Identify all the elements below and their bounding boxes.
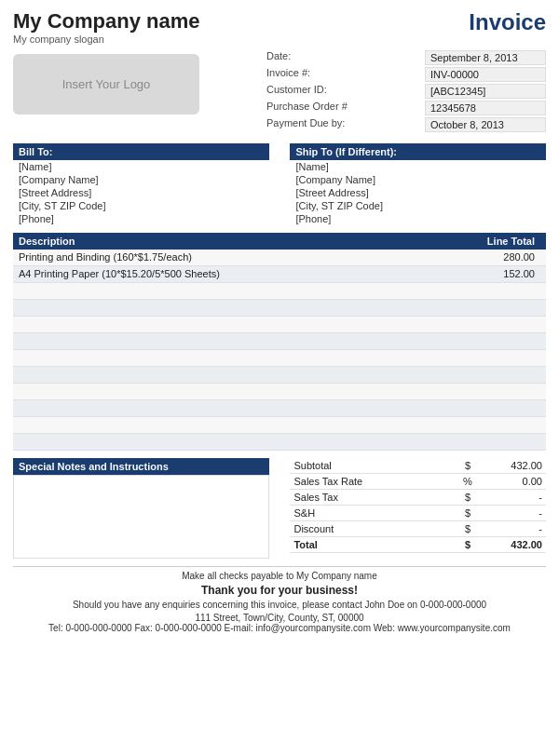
table-row bbox=[13, 400, 546, 417]
discount-symbol: $ bbox=[458, 523, 477, 534]
logo-placeholder: Insert Your Logo bbox=[13, 54, 199, 115]
notes-header: Special Notes and Instructions bbox=[13, 458, 269, 475]
meta-due-row: Payment Due by: October 8, 2013 bbox=[266, 117, 546, 132]
sh-value: - bbox=[477, 507, 542, 519]
total-row: Total $ 432.00 bbox=[290, 537, 546, 553]
sales-tax-symbol: $ bbox=[458, 492, 477, 503]
row-description bbox=[19, 402, 457, 414]
ship-to-company: [Company Name] bbox=[290, 173, 546, 186]
header: My Company name My company slogan Invoic… bbox=[13, 9, 546, 45]
tax-rate-label: Sales Tax Rate bbox=[293, 476, 458, 487]
bill-to-name: [Name] bbox=[13, 160, 269, 173]
date-label: Date: bbox=[266, 50, 369, 65]
ship-to-name: [Name] bbox=[290, 160, 546, 173]
sh-row: S&H $ - bbox=[290, 506, 546, 521]
bill-to-block: Bill To: [Name] [Company Name] [Street A… bbox=[13, 143, 269, 225]
contact-text: Should you have any enquiries concerning… bbox=[13, 600, 546, 610]
po-value: 12345678 bbox=[425, 101, 546, 115]
divider bbox=[13, 566, 546, 567]
company-slogan: My company slogan bbox=[13, 34, 200, 45]
total-value: 432.00 bbox=[477, 539, 542, 550]
row-total bbox=[457, 285, 540, 297]
row-total bbox=[457, 352, 540, 364]
invoice-meta: Date: September 8, 2013 Invoice #: INV-0… bbox=[266, 50, 546, 134]
company-name: My Company name bbox=[13, 9, 200, 34]
total-symbol: $ bbox=[458, 539, 477, 550]
subtotal-symbol: $ bbox=[458, 460, 477, 471]
thank-you-text: Thank you for your business! bbox=[13, 584, 546, 597]
table-row bbox=[13, 317, 546, 333]
bill-to-city: [City, ST ZIP Code] bbox=[13, 199, 269, 212]
row-description: A4 Printing Paper (10*$15.20/5*500 Sheet… bbox=[19, 268, 457, 280]
row-description bbox=[19, 369, 457, 381]
table-row bbox=[13, 350, 546, 367]
bill-to-company: [Company Name] bbox=[13, 173, 269, 186]
table-row bbox=[13, 417, 546, 434]
meta-customer-row: Customer ID: [ABC12345] bbox=[266, 84, 546, 99]
discount-label: Discount bbox=[293, 523, 458, 534]
meta-invoice-row: Invoice #: INV-00000 bbox=[266, 67, 546, 82]
row-total: 152.00 bbox=[457, 268, 540, 280]
row-total bbox=[457, 369, 540, 381]
notes-content bbox=[13, 475, 269, 559]
footer: Make all checks payable to My Company na… bbox=[13, 571, 546, 633]
row-description bbox=[19, 385, 457, 398]
top-section: Insert Your Logo Date: September 8, 2013… bbox=[13, 50, 546, 134]
row-total bbox=[457, 318, 540, 331]
customer-value: [ABC12345] bbox=[425, 84, 546, 99]
tax-rate-symbol: % bbox=[458, 476, 477, 487]
row-description: Printing and Binding (160*$1.75/each) bbox=[19, 251, 457, 263]
customer-label: Customer ID: bbox=[266, 84, 369, 99]
items-table: Description Line Total Printing and Bind… bbox=[13, 233, 546, 451]
sales-tax-value: - bbox=[477, 492, 542, 503]
address-text: 111 Street, Town/City, County, ST, 00000 bbox=[13, 613, 546, 623]
tax-rate-value: 0.00 bbox=[477, 476, 542, 487]
meta-date-row: Date: September 8, 2013 bbox=[266, 50, 546, 65]
contact-line: Tel: 0-000-000-0000 Fax: 0-000-000-0000 … bbox=[13, 623, 546, 633]
col-total-header: Line Total bbox=[457, 236, 540, 247]
ship-to-header: Ship To (If Different): bbox=[290, 143, 546, 160]
table-row bbox=[13, 283, 546, 300]
sh-label: S&H bbox=[293, 507, 458, 519]
table-row bbox=[13, 300, 546, 317]
bill-to-header: Bill To: bbox=[13, 143, 269, 160]
table-row bbox=[13, 384, 546, 400]
row-description bbox=[19, 436, 457, 448]
address-section: Bill To: [Name] [Company Name] [Street A… bbox=[13, 143, 546, 225]
subtotal-row: Subtotal $ 432.00 bbox=[290, 458, 546, 474]
table-row: A4 Printing Paper (10*$15.20/5*500 Sheet… bbox=[13, 266, 546, 283]
row-total: 280.00 bbox=[457, 251, 540, 263]
invoice-title: Invoice bbox=[469, 9, 546, 35]
notes-block: Special Notes and Instructions bbox=[13, 458, 269, 559]
table-row bbox=[13, 434, 546, 451]
subtotal-label: Subtotal bbox=[293, 460, 458, 471]
row-description bbox=[19, 352, 457, 364]
row-total bbox=[457, 335, 540, 347]
row-description bbox=[19, 419, 457, 431]
company-info: My Company name My company slogan bbox=[13, 9, 200, 45]
row-total bbox=[457, 385, 540, 398]
tax-rate-row: Sales Tax Rate % 0.00 bbox=[290, 474, 546, 490]
totals-block: Subtotal $ 432.00 Sales Tax Rate % 0.00 … bbox=[290, 458, 546, 559]
invoice-label: Invoice #: bbox=[266, 67, 369, 82]
row-total bbox=[457, 419, 540, 431]
table-header: Description Line Total bbox=[13, 233, 546, 250]
row-total bbox=[457, 436, 540, 448]
po-label: Purchase Order # bbox=[266, 101, 369, 115]
bill-to-phone: [Phone] bbox=[13, 212, 269, 225]
total-label: Total bbox=[293, 539, 458, 550]
ship-to-street: [Street Address] bbox=[290, 186, 546, 199]
ship-to-city: [City, ST ZIP Code] bbox=[290, 199, 546, 212]
date-value: September 8, 2013 bbox=[425, 50, 546, 65]
row-total bbox=[457, 402, 540, 414]
row-description bbox=[19, 302, 457, 314]
row-description bbox=[19, 318, 457, 331]
subtotal-value: 432.00 bbox=[477, 460, 542, 471]
col-desc-header: Description bbox=[19, 236, 457, 247]
ship-to-phone: [Phone] bbox=[290, 212, 546, 225]
invoice-value: INV-00000 bbox=[425, 67, 546, 82]
ship-to-block: Ship To (If Different): [Name] [Company … bbox=[290, 143, 546, 225]
row-total bbox=[457, 302, 540, 314]
bill-to-street: [Street Address] bbox=[13, 186, 269, 199]
discount-row: Discount $ - bbox=[290, 521, 546, 537]
